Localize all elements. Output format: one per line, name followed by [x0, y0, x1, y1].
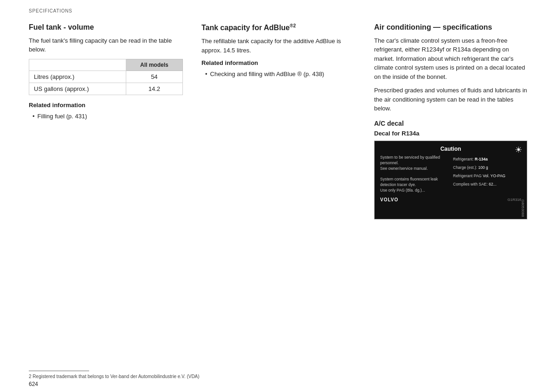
decal-refrigerant-value: R-134a	[475, 157, 488, 161]
related-list-1: Filling fuel (p. 431)	[29, 111, 183, 122]
decal-row: Complies with SAE: 62...	[453, 180, 521, 187]
page-header: SPECIFICATIONS	[0, 0, 557, 18]
ac-decal-title: A/C decal	[374, 120, 528, 127]
page-footer: 2 Registered trademark that belongs to V…	[29, 371, 528, 379]
decal-brand: VOLVO	[380, 197, 398, 202]
related-list-2: Checking and filling with AdBlue ® (p. 4…	[201, 69, 356, 79]
table-row: Litres (approx.) 54	[29, 71, 183, 83]
decal-pag-value: Vol. YO-PAG	[483, 174, 505, 178]
content-area: Fuel tank - volume The fuel tank's filli…	[0, 18, 557, 219]
decal-pag-label: Refrigerant PAG	[453, 174, 483, 178]
ac-body1: The car's climate control system uses a …	[374, 36, 528, 82]
adblue-title: Tank capacity for AdBlue®2	[201, 23, 356, 33]
decal-side-code: G8053088	[521, 199, 525, 217]
decal-subtitle: Decal for R134a	[374, 130, 528, 137]
decal-inner: Caution System to be serviced by qualifi…	[375, 141, 527, 207]
sun-icon: ☀	[515, 145, 522, 155]
ac-decal-box: Caution System to be serviced by qualifi…	[374, 141, 527, 219]
adblue-column: Tank capacity for AdBlue®2 The refillabl…	[201, 23, 374, 219]
related-info-title-2: Related information	[201, 59, 356, 66]
decal-content: System to be serviced by qualifiedperson…	[380, 155, 521, 193]
table-cell-value: 54	[126, 71, 182, 83]
decal-refrigerant-label: Refrigerant:	[453, 157, 475, 161]
header-label: SPECIFICATIONS	[29, 8, 72, 13]
decal-caution-label: Caution	[380, 146, 521, 152]
table-cell-label: US gallons (approx.)	[29, 83, 126, 95]
air-conditioning-column: Air conditioning — specifications The ca…	[374, 23, 528, 219]
decal-left-text: System to be serviced by qualifiedperson…	[380, 155, 448, 193]
ac-title: Air conditioning — specifications	[374, 23, 528, 32]
fuel-tank-column: Fuel tank - volume The fuel tank's filli…	[29, 23, 201, 219]
decal-left: System to be serviced by qualifiedperson…	[380, 155, 448, 193]
decal-code-bottom: G1R316	[507, 198, 521, 202]
fuel-tank-title: Fuel tank - volume	[29, 23, 183, 32]
related-info-title-1: Related information	[29, 102, 183, 109]
list-item: Filling fuel (p. 431)	[32, 111, 183, 122]
decal-bottom: VOLVO G1R316	[380, 197, 521, 202]
table-cell-label: Litres (approx.)	[29, 71, 126, 83]
page-number: 624	[29, 381, 38, 387]
table-cell-value: 14.2	[126, 83, 182, 95]
adblue-body: The refillable tank capacity for the add…	[201, 37, 356, 55]
decal-charge-value: 100 g	[478, 165, 488, 170]
footnote-text: 2 Registered trademark that belongs to V…	[29, 374, 528, 379]
decal-row: Refrigerant: R-134a	[453, 155, 521, 162]
decal-row: Charge (est.): 100 g	[453, 163, 521, 170]
fuel-tank-body: The fuel tank's filling capacity can be …	[29, 36, 183, 54]
decal-sae-label: Complies with SAE:	[453, 182, 489, 186]
footnote-divider	[29, 371, 89, 371]
table-col-all-models: All models	[126, 59, 182, 71]
fuel-tank-table: All models Litres (approx.) 54 US gallon…	[29, 59, 183, 95]
decal-charge-label: Charge (est.):	[453, 165, 478, 170]
decal-row: Refrigerant PAG Vol. YO-PAG	[453, 172, 521, 179]
table-col-empty	[29, 59, 126, 71]
ac-body2: Prescribed grades and volumes of fluids …	[374, 86, 528, 113]
list-item: Checking and filling with AdBlue ® (p. 4…	[205, 69, 356, 79]
decal-sae-value: 62...	[489, 182, 497, 186]
decal-right: Refrigerant: R-134a Charge (est.): 100 g…	[453, 155, 521, 193]
table-row: US gallons (approx.) 14.2	[29, 83, 183, 95]
